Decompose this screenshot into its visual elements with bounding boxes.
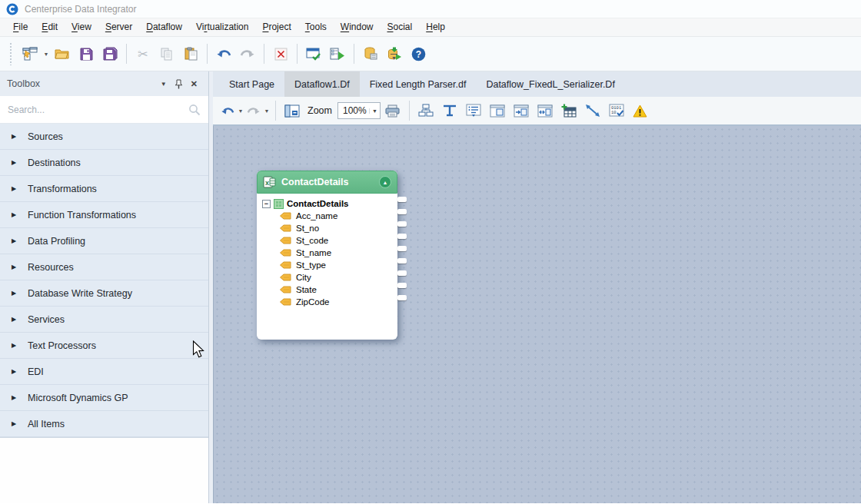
window-panel-button[interactable] xyxy=(486,99,509,122)
auto-layout-button[interactable] xyxy=(414,99,437,122)
toolbox-item-edi[interactable]: ▶EDI xyxy=(0,359,208,385)
database-job-icon xyxy=(364,47,378,61)
df-redo-dropdown[interactable]: ▼ xyxy=(263,108,271,114)
field-row-st-type[interactable]: St_type xyxy=(262,259,397,271)
toolbox-item-all-items[interactable]: ▶All Items xyxy=(0,411,208,437)
new-document-button[interactable] xyxy=(18,42,42,65)
save-all-button[interactable] xyxy=(98,42,121,65)
chevron-down-icon[interactable]: ▼ xyxy=(157,81,171,88)
output-port[interactable] xyxy=(397,283,407,288)
close-icon[interactable]: ✕ xyxy=(187,79,201,89)
open-button[interactable] xyxy=(51,42,74,65)
menu-file[interactable]: File xyxy=(6,18,35,36)
field-row-city[interactable]: City xyxy=(262,271,397,284)
output-port[interactable] xyxy=(397,221,407,227)
field-label: State xyxy=(296,285,317,294)
output-port[interactable] xyxy=(397,246,407,251)
output-port[interactable] xyxy=(397,209,407,214)
database-job-button[interactable] xyxy=(359,42,382,65)
expand-arrow-icon: ▶ xyxy=(0,237,28,244)
tab-dataflow1[interactable]: Dataflow1.Df xyxy=(284,71,360,97)
field-arrow-icon xyxy=(280,212,291,220)
output-port[interactable] xyxy=(397,270,407,276)
new-document-dropdown[interactable]: ▼ xyxy=(42,51,50,57)
df-undo-dropdown[interactable]: ▼ xyxy=(237,108,244,114)
menu-virtualization[interactable]: Virtualization xyxy=(189,18,256,36)
collapse-up-icon[interactable]: ▲ xyxy=(379,176,391,188)
toolbox-item-function-transformations[interactable]: ▶Function Transformations xyxy=(0,202,208,228)
field-row-state[interactable]: State xyxy=(262,284,397,296)
tab-dataflow-fixedl-serializer[interactable]: Dataflow_FixedL_Serializer.Df xyxy=(476,71,624,97)
field-row-st-code[interactable]: St_code xyxy=(262,234,397,247)
output-port[interactable] xyxy=(397,234,407,239)
run-dataflow-button[interactable] xyxy=(326,42,349,65)
zoom-combobox[interactable]: 100% ▼ xyxy=(337,102,381,119)
df-undo-button[interactable] xyxy=(219,99,236,122)
warning-button[interactable] xyxy=(629,99,652,122)
df-redo-button[interactable] xyxy=(245,99,262,122)
cut-button[interactable]: ✂ xyxy=(131,42,155,65)
copy-button[interactable] xyxy=(155,42,178,65)
menu-tools[interactable]: Tools xyxy=(298,18,334,36)
paste-button[interactable] xyxy=(179,42,202,65)
draw-link-button[interactable] xyxy=(581,99,604,122)
menu-project[interactable]: Project xyxy=(255,18,298,36)
menu-edit[interactable]: Edit xyxy=(35,18,65,36)
tree-root-row[interactable]: − ContactDetails xyxy=(262,197,397,210)
toolbox-item-services[interactable]: ▶Services xyxy=(0,307,208,333)
collapse-minus-icon[interactable]: − xyxy=(262,200,271,208)
contactdetails-node-header[interactable]: x ContactDetails ▲ xyxy=(257,171,397,194)
open-folder-icon xyxy=(55,48,70,60)
menu-dataflow[interactable]: Dataflow xyxy=(139,18,189,36)
data-preview-button[interactable]: 010110 xyxy=(605,99,628,122)
tab-fixed-length-parser[interactable]: Fixed Length Parser.df xyxy=(360,71,477,97)
align-top-button[interactable] xyxy=(438,99,461,122)
auto-layout-icon xyxy=(418,104,434,118)
help-button[interactable]: ? xyxy=(407,42,430,65)
toolbox-item-data-profiling[interactable]: ▶Data Profiling xyxy=(0,228,208,254)
menu-social[interactable]: Social xyxy=(381,18,420,36)
save-button[interactable] xyxy=(75,42,98,65)
toolbox-item-transformations[interactable]: ▶Transformations xyxy=(0,176,208,202)
undo-icon xyxy=(221,106,234,116)
window-arrow-button[interactable] xyxy=(510,99,533,122)
field-row-st-no[interactable]: St_no xyxy=(262,222,397,234)
toolbox-item-database-write-strategy[interactable]: ▶Database Write Strategy xyxy=(0,280,208,307)
pin-icon[interactable] xyxy=(171,79,187,89)
layout-panel-button[interactable] xyxy=(281,99,304,122)
print-button[interactable] xyxy=(381,99,404,122)
toolbar-overflow-icon[interactable]: ▼ xyxy=(391,54,397,61)
menu-help[interactable]: Help xyxy=(419,18,452,36)
toolbox-search-input[interactable] xyxy=(8,104,188,115)
contactdetails-node[interactable]: x ContactDetails ▲ − ContactDetails Acc_… xyxy=(257,171,397,340)
output-port[interactable] xyxy=(397,197,407,202)
delete-button[interactable] xyxy=(269,42,292,65)
menu-window[interactable]: Window xyxy=(334,18,381,36)
field-row-acc-name[interactable]: Acc_name xyxy=(262,210,397,222)
expand-list-button[interactable] xyxy=(462,99,485,122)
menu-server[interactable]: Server xyxy=(98,18,139,36)
undo-button[interactable] xyxy=(212,42,235,65)
verify-button[interactable] xyxy=(302,42,325,65)
toolbar-separator xyxy=(409,101,410,121)
toolbox-item-resources[interactable]: ▶Resources xyxy=(0,254,208,280)
dataflow-canvas[interactable]: x ContactDetails ▲ − ContactDetails Acc_… xyxy=(213,126,861,503)
toolbar-grip[interactable] xyxy=(9,42,13,65)
toolbar-separator xyxy=(126,44,127,64)
redo-button[interactable] xyxy=(236,42,259,65)
toolbox-item-destinations[interactable]: ▶Destinations xyxy=(0,150,208,176)
tab-start-page[interactable]: Start Page xyxy=(219,71,284,97)
toolbox-item-label: Text Processors xyxy=(28,340,96,351)
toolbox-item-text-processors[interactable]: ▶Text Processors xyxy=(0,333,208,359)
output-port[interactable] xyxy=(397,258,407,264)
window-resize-button[interactable] xyxy=(534,99,557,122)
menu-view[interactable]: View xyxy=(65,18,98,36)
output-port[interactable] xyxy=(397,295,407,300)
add-table-button[interactable] xyxy=(557,99,580,122)
toolbox-item-microsoft-dynamics-gp[interactable]: ▶Microsoft Dynamics GP xyxy=(0,385,208,411)
field-arrow-icon xyxy=(280,298,291,306)
search-icon xyxy=(188,104,201,116)
field-row-st-name[interactable]: St_name xyxy=(262,247,397,259)
field-row-zipcode[interactable]: ZipCode xyxy=(262,296,397,308)
toolbox-item-sources[interactable]: ▶Sources xyxy=(0,124,208,150)
